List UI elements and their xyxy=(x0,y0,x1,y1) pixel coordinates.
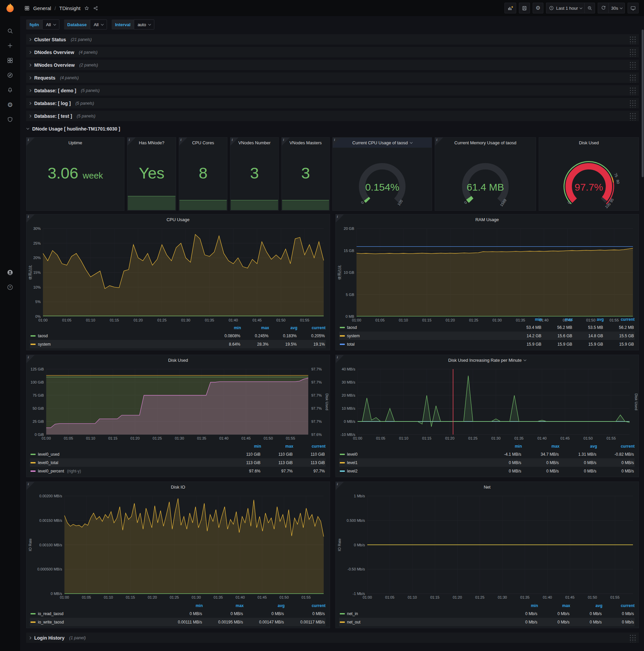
legend-series-net_out[interactable]: net_out xyxy=(340,620,506,624)
legend-series-net_in[interactable]: net_in xyxy=(340,611,506,616)
search-icon[interactable] xyxy=(0,24,20,38)
legend-column-min[interactable]: min xyxy=(506,603,538,608)
legend-column-min[interactable]: min xyxy=(162,603,203,608)
info-icon[interactable]: i xyxy=(27,214,35,222)
legend-column-max[interactable]: max xyxy=(241,326,269,330)
row-login-history[interactable]: Login History(1 panel) xyxy=(26,632,639,643)
panel-title[interactable]: Current Memory Usage of taosd xyxy=(435,137,536,148)
row-drag-handle[interactable] xyxy=(629,35,636,44)
zoom-out-button[interactable] xyxy=(584,3,595,13)
legend-series-system[interactable]: system xyxy=(31,342,212,347)
star-icon[interactable] xyxy=(84,5,90,11)
row-drag-handle[interactable] xyxy=(629,61,636,69)
disk-rate-chart[interactable]: 01:0001:0501:1001:1501:2001:2501:3001:35… xyxy=(337,366,638,441)
legend-column-max[interactable]: max xyxy=(542,317,573,322)
legend-column-current[interactable]: current xyxy=(603,603,635,608)
legend-series-io_write_taosd[interactable]: io_write_taosd xyxy=(31,620,161,624)
info-icon[interactable]: i xyxy=(127,137,135,146)
row-drag-handle[interactable] xyxy=(629,112,636,121)
disk-used-chart[interactable]: 01:0001:0501:1001:1501:2001:2501:3001:35… xyxy=(28,366,328,441)
refresh-button[interactable] xyxy=(598,3,608,13)
legend-column-current[interactable]: current xyxy=(293,444,326,448)
info-icon[interactable]: i xyxy=(27,137,35,146)
panel-title[interactable]: Disk IO xyxy=(27,482,330,492)
legend-series-level0_used[interactable]: level0_used xyxy=(31,452,228,457)
dashboard-settings-button[interactable]: ⚙ xyxy=(533,3,543,13)
row-database-test[interactable]: Database: [ test ](5 panels) xyxy=(26,111,639,121)
save-dashboard-button[interactable] xyxy=(519,3,530,13)
legend-column-avg[interactable]: avg xyxy=(244,603,285,608)
row-mnodes-overview[interactable]: MNodes Overview(2 panels) xyxy=(26,60,639,70)
info-icon[interactable]: i xyxy=(435,137,443,146)
grafana-logo-icon[interactable] xyxy=(4,3,16,14)
variable-value-dropdown[interactable]: All xyxy=(42,20,59,30)
info-icon[interactable]: i xyxy=(230,137,238,146)
legend-column-max[interactable]: max xyxy=(538,603,570,608)
panel-title[interactable]: Disk Used xyxy=(27,355,330,365)
info-icon[interactable]: i xyxy=(336,355,344,363)
admin-shield-icon[interactable] xyxy=(0,112,20,127)
time-range-picker[interactable]: Last 1 hour xyxy=(546,3,584,13)
row-drag-handle[interactable] xyxy=(629,99,636,108)
info-icon[interactable]: i xyxy=(282,137,290,146)
legend-series-io_read_taosd[interactable]: io_read_taosd xyxy=(31,611,161,616)
legend-column-min[interactable]: min xyxy=(213,326,241,330)
info-icon[interactable]: i xyxy=(336,482,344,490)
explore-compass-icon[interactable] xyxy=(0,68,20,83)
alerting-bell-icon[interactable] xyxy=(0,83,20,97)
info-icon[interactable]: i xyxy=(27,355,35,363)
info-icon[interactable]: i xyxy=(179,137,187,146)
legend-column-min[interactable]: min xyxy=(229,444,261,448)
legend-series-level2[interactable]: level2 xyxy=(340,469,484,473)
panel-title[interactable]: RAM Usage xyxy=(336,214,639,224)
breadcrumb-title[interactable]: TDinsight xyxy=(59,5,80,11)
legend-column-avg[interactable]: avg xyxy=(559,444,597,448)
legend-column-current[interactable]: current xyxy=(285,603,326,608)
legend-column-current[interactable]: current xyxy=(604,317,635,322)
cycle-view-mode-button[interactable] xyxy=(627,3,639,13)
create-plus-icon[interactable] xyxy=(0,38,20,53)
legend-column-max[interactable]: max xyxy=(203,603,244,608)
row-drag-handle[interactable] xyxy=(629,86,636,95)
info-icon[interactable]: i xyxy=(27,482,35,490)
legend-column-avg[interactable]: avg xyxy=(269,326,297,330)
legend-column-min[interactable]: min xyxy=(484,444,522,448)
row-requests[interactable]: Requests(4 panels) xyxy=(26,72,639,83)
legend-column-max[interactable]: max xyxy=(522,444,559,448)
panel-title[interactable]: Current CPU Usage of taosd xyxy=(333,137,432,148)
dashboards-grid-icon[interactable] xyxy=(0,53,20,68)
variable-value-dropdown[interactable]: auto xyxy=(134,20,154,30)
user-avatar-icon[interactable] xyxy=(0,265,20,280)
legend-column-avg[interactable]: avg xyxy=(570,603,603,608)
breadcrumb-section[interactable]: General xyxy=(33,5,51,11)
net-chart[interactable]: 01:0001:0501:1001:1501:2001:2501:3001:35… xyxy=(337,493,638,600)
configuration-gear-icon[interactable]: ⚙ xyxy=(0,97,20,112)
scrollbar-thumb[interactable] xyxy=(642,30,644,177)
row-drag-handle[interactable] xyxy=(629,73,636,82)
panel-title[interactable]: Disk Used xyxy=(539,137,639,148)
panel-title[interactable]: Uptime xyxy=(27,137,124,148)
legend-series-level0[interactable]: level0 xyxy=(340,452,484,457)
legend-series-total[interactable]: total xyxy=(340,342,511,347)
row-dnode-usage[interactable]: DNode Usage [ huolinhe-TM1701:6030 ] xyxy=(26,123,639,134)
panel-title[interactable]: Disk Used Increasing Rate per Minute xyxy=(336,355,639,365)
row-cluster-status[interactable]: Cluster Status(21 panels) xyxy=(26,34,639,44)
variable-value-dropdown[interactable]: All xyxy=(90,20,107,30)
ram-usage-chart[interactable]: 01:0001:0501:1001:1501:2001:2501:3001:35… xyxy=(337,225,638,323)
legend-series-level1[interactable]: level1 xyxy=(340,460,484,465)
row-dnodes-overview[interactable]: DNodes Overview(4 panels) xyxy=(26,47,639,57)
row-database-demo[interactable]: Database: [ demo ](5 panels) xyxy=(26,85,639,96)
legend-column-avg[interactable]: avg xyxy=(573,317,604,322)
help-question-icon[interactable]: ? xyxy=(0,280,20,294)
legend-series-level0_percent[interactable]: level0_percent(right-y) xyxy=(31,469,228,473)
legend-column-current[interactable]: current xyxy=(597,444,635,448)
legend-column-min[interactable]: min xyxy=(511,317,542,322)
info-icon[interactable]: i xyxy=(336,214,344,222)
add-panel-button[interactable] xyxy=(505,3,516,13)
row-drag-handle[interactable] xyxy=(629,633,636,642)
legend-column-max[interactable]: max xyxy=(261,444,293,448)
panel-title[interactable]: Net xyxy=(336,482,639,492)
row-drag-handle[interactable] xyxy=(629,48,636,57)
legend-series-taosd[interactable]: taosd xyxy=(31,334,212,338)
cpu-usage-chart[interactable]: 01:0001:0501:1001:1501:2001:2501:3001:35… xyxy=(28,225,328,323)
